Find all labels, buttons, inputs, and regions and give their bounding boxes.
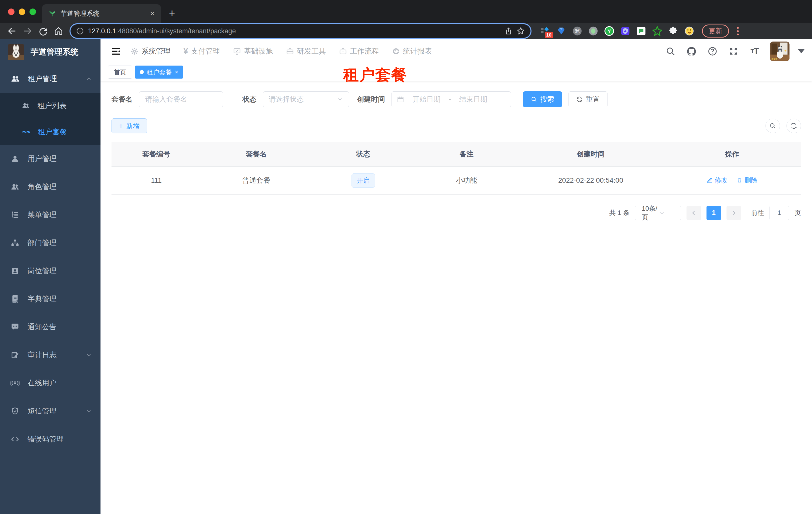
sidebar-item-menu-management[interactable]: 菜单管理	[0, 201, 100, 229]
chevron-down-icon	[337, 96, 343, 103]
maximize-window-button[interactable]	[29, 8, 36, 15]
top-menu-infra[interactable]: 基础设施	[233, 46, 273, 56]
top-menu-report[interactable]: 统计报表	[392, 46, 432, 56]
extension-star-icon[interactable]	[652, 26, 663, 36]
forward-icon[interactable]	[21, 25, 34, 37]
page-size-select[interactable]: 10条/页	[635, 206, 681, 220]
sidebar-item-post-management[interactable]: 岗位管理	[0, 257, 100, 285]
sidebar-item-user-management[interactable]: 用户管理	[0, 145, 100, 173]
next-page-button[interactable]	[726, 206, 741, 220]
date-range-picker[interactable]: -	[392, 91, 511, 107]
new-tab-button[interactable]: +	[165, 6, 179, 21]
extension-gem-icon[interactable]	[556, 26, 567, 36]
sidebar-item-sms-management[interactable]: 短信管理	[0, 397, 100, 425]
dictionary-icon	[10, 295, 20, 303]
sidebar-item-dict-management[interactable]: 字典管理	[0, 285, 100, 313]
tags-view-bar: 首页 租户套餐 ×	[100, 63, 812, 81]
refresh-icon	[576, 96, 583, 103]
minimize-window-button[interactable]	[19, 8, 25, 15]
package-table: 套餐编号 套餐名 状态 备注 创建时间 操作 111 普通套餐 开启	[112, 142, 801, 195]
tag-close-icon[interactable]: ×	[175, 69, 178, 76]
url-bar[interactable]: 127.0.0.1:48080/admin-ui/system/tenant/p…	[70, 24, 530, 38]
help-icon[interactable]	[707, 46, 718, 57]
extension-shield-icon[interactable]	[620, 26, 631, 36]
chevron-up-icon	[86, 76, 92, 82]
share-icon[interactable]	[504, 27, 513, 35]
chevron-down-icon	[659, 210, 676, 216]
tab-close-icon[interactable]: ×	[150, 9, 154, 18]
font-size-icon[interactable]: TT	[749, 46, 760, 57]
toolbox-icon	[286, 47, 294, 55]
back-icon[interactable]	[5, 25, 19, 37]
info-icon[interactable]	[76, 27, 84, 35]
top-menu-payment[interactable]: ¥ 支付管理	[183, 46, 220, 56]
trash-icon	[736, 177, 743, 183]
audit-log-icon	[10, 351, 20, 360]
filter-form: 套餐名 状态 请选择状态 创建时间	[112, 91, 801, 107]
close-window-button[interactable]	[8, 8, 14, 15]
browser-update-button[interactable]: 更新	[702, 25, 729, 37]
extension-chat-icon[interactable]	[636, 26, 646, 36]
sidebar-item-role-management[interactable]: 角色管理	[0, 173, 100, 201]
extension-diamond-icon[interactable]: 10	[540, 26, 551, 36]
add-button[interactable]: + 新增	[112, 118, 147, 133]
extensions-puzzle-icon[interactable]	[668, 26, 678, 36]
briefcase-icon	[339, 47, 347, 55]
reset-button[interactable]: 重置	[569, 91, 608, 107]
tag-tenant-package[interactable]: 租户套餐 ×	[135, 65, 183, 79]
tag-home[interactable]: 首页	[108, 65, 132, 79]
sidebar-item-notice-management[interactable]: 通知公告	[0, 313, 100, 341]
start-date-input[interactable]	[408, 96, 445, 103]
home-icon[interactable]	[52, 25, 65, 37]
table-search-toggle-button[interactable]	[765, 118, 780, 133]
date-separator: -	[449, 96, 451, 103]
browser-toolbar: 127.0.0.1:48080/admin-ui/system/tenant/p…	[0, 23, 812, 39]
sidebar-item-tenant-package[interactable]: 租户套餐	[0, 119, 100, 145]
total-count: 共 1 条	[609, 209, 630, 217]
sidebar: 芋道管理系统 租户管理 租	[0, 39, 100, 514]
extension-green-dot-icon[interactable]	[588, 26, 599, 36]
edit-link[interactable]: 修改	[706, 176, 727, 185]
extension-command-icon[interactable]: ⌘	[572, 26, 582, 36]
github-icon[interactable]	[686, 46, 697, 57]
bookmark-star-icon[interactable]	[517, 27, 525, 35]
status-select[interactable]: 请选择状态	[263, 91, 349, 107]
svg-text:0:20: 0:20	[772, 58, 777, 60]
browser-tab[interactable]: 芋道管理系统 ×	[42, 4, 161, 23]
extension-y-icon[interactable]: Y	[604, 26, 614, 36]
goto-page-input[interactable]	[770, 206, 789, 220]
table-refresh-button[interactable]	[786, 118, 801, 133]
top-menu-devtools[interactable]: 研发工具	[286, 46, 326, 56]
sidebar-collapse-icon[interactable]	[108, 43, 124, 59]
badge-icon	[10, 267, 20, 275]
search-button[interactable]: 搜索	[523, 91, 562, 107]
top-menu-system[interactable]: 系统管理	[130, 46, 171, 56]
caret-down-icon[interactable]	[798, 49, 805, 53]
profile-emoji-icon[interactable]	[684, 26, 695, 36]
reload-icon[interactable]	[36, 25, 50, 37]
sidebar-item-audit-log[interactable]: 审计日志	[0, 341, 100, 369]
sidebar-item-online-users[interactable]: 在线用户	[0, 369, 100, 397]
fullscreen-icon[interactable]	[728, 46, 739, 57]
page-number-button[interactable]: 1	[706, 206, 721, 220]
browser-menu-kebab-icon[interactable]	[737, 27, 739, 35]
package-name-input[interactable]	[139, 91, 223, 107]
end-date-input[interactable]	[455, 96, 492, 103]
sidebar-item-tenant-list[interactable]: 租户列表	[0, 93, 100, 119]
sidebar-item-error-code[interactable]: 错误码管理	[0, 425, 100, 453]
header-right: TT 0:20❀	[665, 42, 805, 61]
logo-rabbit-image	[8, 44, 24, 60]
delete-link[interactable]: 删除	[736, 176, 757, 185]
sidebar-item-tenant-management[interactable]: 租户管理	[0, 65, 100, 93]
svg-text:❀: ❀	[784, 49, 786, 52]
name-filter-label: 套餐名	[112, 94, 133, 104]
users-icon	[22, 102, 30, 110]
prev-page-button[interactable]	[687, 206, 701, 220]
avatar[interactable]: 0:20❀	[770, 42, 789, 61]
search-icon[interactable]	[665, 46, 676, 57]
goto-suffix: 页	[794, 209, 801, 217]
top-menu-workflow[interactable]: 工作流程	[339, 46, 379, 56]
sidebar-item-department-management[interactable]: 部门管理	[0, 229, 100, 257]
col-package-name: 套餐名	[201, 142, 312, 166]
status-badge: 开启	[351, 173, 375, 188]
